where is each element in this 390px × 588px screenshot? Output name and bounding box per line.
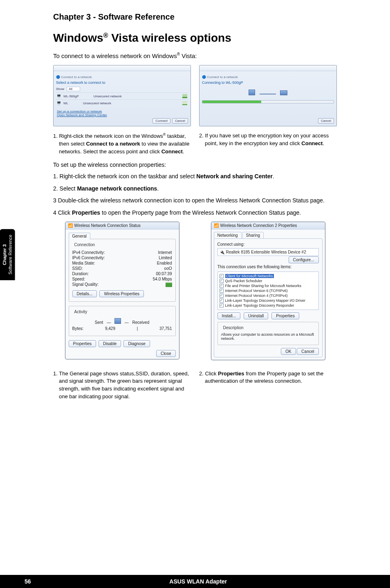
details-button[interactable]: Details...: [72, 290, 97, 297]
intro-post: Vista:: [180, 52, 197, 59]
progress-bar: [202, 100, 334, 103]
setup-steps-list: 1. Right-click the network icon on the t…: [53, 172, 337, 218]
win1-row0-name: WL-500gP: [63, 94, 79, 98]
status-legend-connection: Connection: [73, 242, 96, 247]
chapter-heading: Chapter 3 - Software Reference: [53, 12, 337, 22]
checkbox-icon[interactable]: ✓: [220, 298, 224, 303]
intro-sup: ®: [177, 52, 180, 56]
win1-network-row-1[interactable]: 🖥️WL Unsecured network: [56, 99, 188, 106]
win1-row1-desc: Unsecured network: [83, 101, 111, 105]
cancel-button[interactable]: Cancel: [297, 348, 318, 355]
wireless-properties-button[interactable]: Wireless Properties: [99, 290, 144, 297]
win1-title: Connect to a network: [61, 75, 92, 79]
win1-cancel-button[interactable]: Cancel: [172, 118, 188, 123]
ok-button[interactable]: OK: [281, 348, 296, 355]
configure-button[interactable]: Configure...: [289, 256, 319, 263]
win1-show-label: Show: [56, 87, 64, 91]
uninstall-button[interactable]: Uninstall: [244, 312, 268, 319]
laptop-icon: [280, 90, 287, 95]
sharing-tab[interactable]: Sharing: [242, 232, 264, 239]
stat-ssid: SSID:ooO: [72, 266, 172, 271]
computer-icon: [114, 318, 121, 324]
bytes-row: Bytes: 9,429 | 37,751: [72, 326, 172, 331]
win1-link-open-center[interactable]: Open Network and Sharing Center: [57, 113, 107, 117]
list-item[interactable]: ✓File and Printer Sharing for Microsoft …: [220, 283, 317, 288]
setup-intro: To set up the wireless connection proper…: [53, 162, 337, 168]
win1-show-select[interactable]: All: [67, 87, 80, 91]
title-post: Vista wireless options: [108, 31, 231, 44]
checkbox-icon[interactable]: ✓: [220, 279, 224, 283]
desc-text: Allows your computer to access resources…: [221, 332, 315, 341]
list-item[interactable]: ✓QoS Packet Scheduler: [220, 278, 317, 283]
stat-speed: Speed:54.0 Mbps: [72, 277, 172, 281]
intro-para: To connect to a wireless network on Wind…: [53, 52, 337, 59]
win1-subtitle: Select a network to connect to: [56, 81, 188, 85]
setup-step-2: 2. Select Manage network connections.: [53, 184, 337, 193]
bottom-caption-2: 2. Click Properties from the Property pa…: [199, 370, 337, 401]
win1-network-row-0[interactable]: 🖥️WL-500gP Unsecured network: [56, 92, 188, 99]
setup-step-3: 3 Double-click the wireless network conn…: [53, 196, 337, 205]
disable-button[interactable]: Disable: [99, 340, 121, 347]
intro-pre: To connect to a wireless network on Wind…: [53, 52, 177, 59]
checkbox-icon[interactable]: ✓: [220, 294, 224, 298]
page-title: Windows® Vista wireless options: [53, 31, 337, 45]
bottom-caption-1: 1. The General page shows status,SSID, d…: [53, 370, 191, 401]
win1-row1-name: WL: [63, 101, 68, 105]
computer-icon: [249, 90, 255, 95]
received-label: Received: [132, 320, 150, 325]
caption-step2: 2. If you have set up the encryption key…: [199, 132, 337, 156]
dialog-wnc-properties: 📶 Wireless Network Connection 2 Properti…: [211, 222, 325, 360]
checkbox-icon[interactable]: ✓: [220, 274, 224, 278]
props-title: 📶 Wireless Network Connection 2 Properti…: [211, 222, 325, 229]
uses-label: This connection uses the following items…: [217, 265, 319, 269]
caption-step1: 1. Right-click the network icon on the W…: [53, 132, 191, 156]
title-sup: ®: [103, 32, 108, 39]
setup-step-4: 4 Click Properties to open the Property …: [53, 209, 337, 218]
checkbox-icon[interactable]: ✓: [220, 289, 224, 293]
win1-row0-desc: Unsecured network: [94, 94, 122, 98]
win1-connect-button[interactable]: Connect: [152, 118, 170, 123]
close-button[interactable]: Close: [156, 350, 176, 357]
adapter-icon: 🔌: [220, 250, 224, 254]
signal-bars-icon: [166, 282, 172, 287]
checkbox-icon[interactable]: ✓: [220, 303, 224, 307]
networking-tab[interactable]: Networking: [214, 232, 242, 239]
stat-ipv4: IPv4 Connectivity:Internet: [72, 250, 172, 255]
list-item[interactable]: ✓Link-Layer Topology Discovery Responder: [220, 303, 317, 308]
stat-ipv6: IPv6 Connectivity:Limited: [72, 256, 172, 260]
properties-button[interactable]: Properties: [69, 340, 96, 347]
protocol-list[interactable]: ✓Client for Microsoft Networks ✓QoS Pack…: [217, 272, 319, 310]
list-item[interactable]: ✓Internet Protocol Version 6 (TCP/IPv6): [220, 288, 317, 293]
title-pre: Windows: [53, 31, 103, 44]
win1-link-setup[interactable]: Set up a connection or network: [57, 110, 107, 113]
side-tab-line2: Software Reference: [8, 235, 13, 274]
sent-label: Sent: [95, 320, 103, 325]
status-title: 📶 Wireless Network Connection Status: [65, 222, 179, 229]
win2-cancel-button[interactable]: Cancel: [318, 118, 334, 123]
stat-duration: Duration:00:07:39: [72, 272, 172, 276]
win2-subtitle: Connecting to WL-500gP: [202, 81, 334, 85]
side-chapter-tab: Chapter 3 Software Reference: [0, 229, 15, 280]
status-general-tab[interactable]: General: [69, 233, 91, 240]
list-item[interactable]: ✓Client for Microsoft Networks: [220, 274, 317, 278]
properties-button-2[interactable]: Properties: [271, 312, 299, 319]
win2-title: Connect to a network: [207, 75, 238, 79]
signal-icon: [182, 94, 187, 98]
connection-line-icon: [260, 94, 276, 94]
list-item[interactable]: ✓Internet Protocol Version 4 (TCP/IPv4): [220, 293, 317, 298]
page-number: 56: [25, 578, 31, 585]
page-footer: 56 ASUS WLAN Adapter: [0, 575, 390, 588]
adapter-field[interactable]: 🔌 Realtek 8185 Extensible Wireless Devic…: [217, 248, 319, 256]
diagnose-button[interactable]: Diagnose: [123, 340, 150, 347]
signal-icon: [182, 101, 187, 105]
install-button[interactable]: Install...: [217, 312, 240, 319]
desc-legend: Description: [222, 325, 245, 330]
stat-signal: Signal Quality:: [72, 282, 172, 287]
footer-product: ASUS WLAN Adapter: [31, 578, 365, 585]
list-item[interactable]: ✓Link-Layer Topology Discovery Mapper I/…: [220, 298, 317, 303]
dialog-wnc-status: 📶 Wireless Network Connection Status Gen…: [65, 222, 179, 359]
setup-step-1: 1. Right-click the network icon on the t…: [53, 172, 337, 181]
side-tab-line1: Chapter 3: [2, 244, 7, 265]
status-legend-activity: Activity: [73, 310, 89, 314]
checkbox-icon[interactable]: ✓: [220, 284, 224, 288]
